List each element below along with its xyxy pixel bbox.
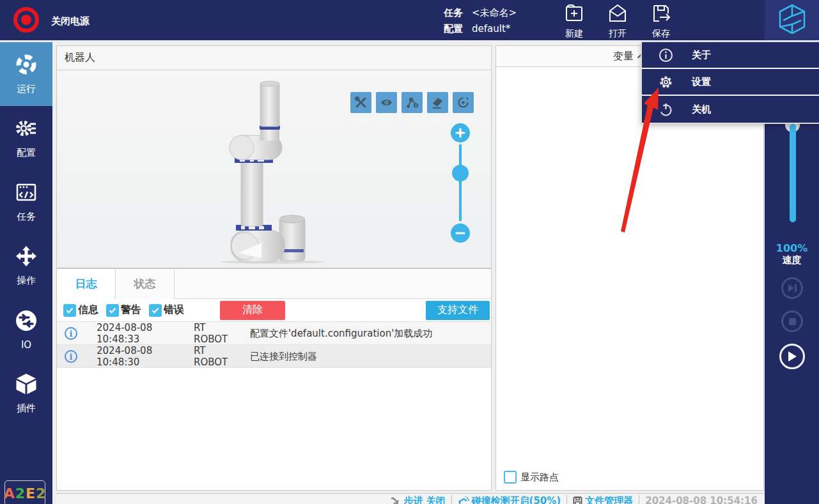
sidebar-item-label: IO [21,339,31,351]
checkbox-checked-icon [63,304,76,317]
step-forward-button[interactable] [781,277,803,299]
menu-item-about[interactable]: 关于 [642,42,819,69]
sidebar-item-label: 运行 [17,83,36,95]
step-mode-toggle[interactable]: 步进 关闭 [390,495,445,504]
app-dropdown-menu: 关于 设置 关机 [641,42,819,124]
filter-warning[interactable]: 警告 [106,303,141,317]
filter-error[interactable]: 错误 [149,303,184,317]
task-value: <未命名> [472,7,517,19]
badge-letter: 2 [36,485,46,501]
robot-3d-view[interactable] [57,70,491,268]
move-arrows-icon [15,245,38,270]
speed-readout: 100% 速度 [765,243,819,266]
checkbox-checked-icon [106,304,119,317]
robot-panel-header: 机器人 [57,46,491,70]
badge-letter: E [26,485,36,501]
filter-label: 信息 [78,303,98,317]
sidebar-item-plugin[interactable]: 插件 [0,362,52,425]
log-time: 2024-08-08 10:48:33 [97,322,178,345]
log-time: 2024-08-08 10:48:30 [97,345,178,368]
stop-icon [788,317,797,326]
speed-slider-track [790,124,796,222]
zoom-out-button[interactable] [451,224,470,243]
clear-button[interactable]: 清除 [220,301,285,320]
top-header: 关闭电源 任务<未命名> 配置default* 新建 打开 保存 [0,0,819,42]
sidebar-item-run[interactable]: 运行 [0,42,52,106]
task-label: 任务 [444,7,463,19]
speed-percent: 100% [765,243,819,254]
log-filterbar: 信息 警告 错误 清除 支持文件 [57,299,491,322]
zoom-slider-track [459,144,462,221]
zoom-slider-handle[interactable] [452,165,469,181]
info-icon [657,48,674,63]
power-dot-icon [21,15,31,25]
visibility-button[interactable] [376,92,397,113]
open-button[interactable]: 打开 [607,3,628,40]
menu-item-label: 设置 [692,76,711,88]
filter-label: 错误 [164,303,184,317]
collision-detection-toggle[interactable]: 碰撞检测开启(50%) [458,495,561,504]
filter-label: 警告 [121,303,141,317]
new-task-label: 新建 [565,28,583,40]
checkbox-unchecked-icon [504,471,517,484]
sidebar-item-io[interactable]: IO [0,298,52,362]
sidebar-item-label: 配置 [17,147,36,159]
sidebar-item-label: 任务 [17,211,36,223]
task-code-icon [15,181,38,206]
brand-cube-logo-icon [777,3,807,38]
status-badge: A 2 E 2 [4,480,45,504]
stop-button[interactable] [781,310,803,332]
step-icon [390,496,401,504]
sidebar-item-task[interactable]: 任务 [0,170,52,234]
zoom-in-button[interactable] [451,123,470,142]
checkbox-checked-icon [149,304,162,317]
log-source: RT ROBOT [194,345,235,368]
save-label: 保存 [652,28,670,40]
log-row: i 2024-08-08 10:48:33 RT ROBOT 配置文件'defa… [57,322,491,345]
eye-icon [380,96,393,109]
power-off-button[interactable] [13,7,39,33]
menu-item-settings[interactable]: 设置 [642,69,819,96]
support-file-button[interactable]: 支持文件 [426,301,490,320]
path-icon [405,96,419,109]
collision-label: 碰撞检测开启(50%) [472,495,561,504]
plugin-cube-icon [15,372,38,398]
file-manager-label: 文件管理器 [585,495,633,504]
sidebar-item-operate[interactable]: 操作 [0,234,52,298]
robot-arm-illustration [199,79,346,264]
play-button[interactable] [779,344,805,369]
menu-item-shutdown[interactable]: 关机 [642,96,819,123]
sidebar-item-label: 插件 [17,402,36,415]
sidebar-item-config[interactable]: 配置 [0,106,52,170]
gear-icon [657,75,674,89]
tab-log[interactable]: 日志 [57,269,116,299]
sidebar-item-label: 操作 [17,275,36,287]
config-value: default* [472,23,510,34]
menu-item-label: 关于 [692,49,711,61]
tab-status[interactable]: 状态 [116,269,175,299]
status-timestamp: 2024-08-08 10:54:16 [645,495,758,504]
info-icon: i [65,350,77,363]
badge-letter: 2 [15,485,26,501]
variables-body [496,67,763,471]
left-sidebar: 运行 配置 任务 操作 IO 插件 A 2 E 2 [0,42,52,504]
new-task-icon [564,3,584,26]
log-message: 配置文件'default.configuration'加载成功 [250,328,491,340]
new-task-button[interactable]: 新建 [564,3,584,40]
file-manager-icon [573,496,582,504]
file-manager-button[interactable]: 文件管理器 [573,495,633,504]
filter-info[interactable]: 信息 [63,303,98,317]
robot-panel: 机器人 [56,45,492,268]
config-label: 配置 [444,23,463,34]
run-icon [15,53,38,79]
skip-icon [788,284,797,293]
save-button[interactable]: 保存 [651,3,671,40]
open-label: 打开 [609,28,627,40]
task-config-info: 任务<未命名> 配置default* [444,5,517,37]
show-waypoints-checkbox[interactable]: 显示路点 [496,471,763,490]
app-menu-button[interactable] [765,0,819,40]
tools-button[interactable] [350,92,371,113]
save-icon [651,3,671,26]
open-icon [607,3,628,26]
path-button[interactable] [402,92,423,113]
